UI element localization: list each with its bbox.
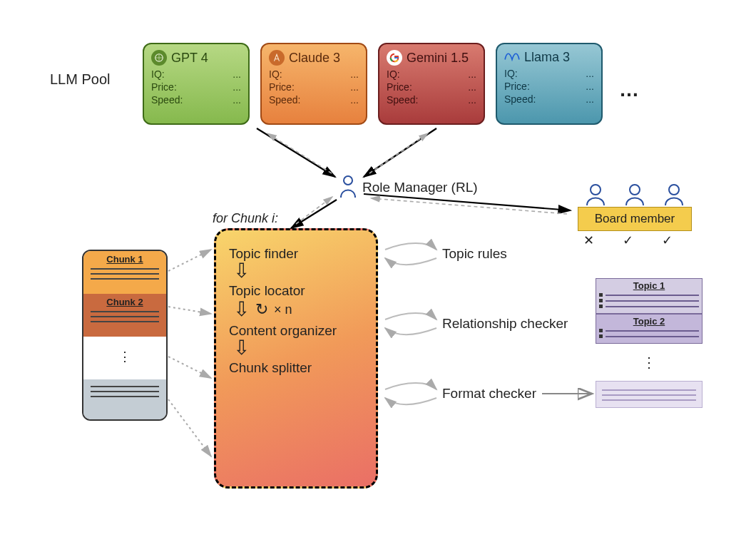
iq-val: ... [233,68,241,80]
iq-val: ... [468,68,476,80]
vote-3: ✓ [662,232,673,248]
down-arrow-icon: ⇩ [233,340,363,356]
speed-label: Speed: [269,94,300,106]
loop-icon: ↻ [255,300,268,319]
board-member-box: Board member [578,207,692,231]
card-name: Claude 3 [289,51,340,66]
speed-val: ... [586,93,594,105]
speed-val: ... [233,94,241,106]
card-name: Gemini 1.5 [407,51,469,66]
vote-2: ✓ [623,232,633,248]
chunk-1-title: Chunk 1 [89,254,160,265]
process-box: Topic finder ⇩ Topic locator ⇩ ↻ × n Con… [214,228,378,489]
price-val: ... [350,81,359,93]
iq-val: ... [586,68,594,79]
llm-card-claude3: Claude 3 IQ:... Price:... Speed:... [260,43,367,125]
checker-format: Format checker [442,386,536,402]
iq-label: IQ: [387,68,400,80]
pool-ellipsis: … [619,78,642,101]
board-votes: ✕ ✓ ✓ [583,232,673,248]
checker-topic-rules: Topic rules [442,246,507,262]
price-val: ... [233,81,241,93]
chunk-ellipsis: ⋮ [83,337,166,379]
topic-1-title: Topic 1 [599,280,699,291]
google-icon [387,50,402,66]
chunk-2-title: Chunk 2 [89,297,160,307]
openai-icon [151,50,167,66]
topic-block-1: Topic 1 [596,278,703,314]
step-chunk-splitter: Chunk splitter [229,360,363,376]
down-arrow-icon: ⇩ [233,263,363,279]
down-arrow-icon: ⇩ [233,302,250,317]
price-label: Price: [504,81,530,92]
checker-relationship: Relationship checker [442,316,568,332]
speed-val: ... [468,94,476,106]
svg-point-1 [344,176,352,185]
llm-pool-label: LLM Pool [50,71,111,88]
price-label: Price: [387,81,412,93]
board-people-icon [581,183,688,207]
loop-count: × n [274,302,292,317]
svg-point-2 [591,185,601,195]
chunk-1: Chunk 1 [83,251,166,294]
speed-val: ... [350,94,359,106]
price-val: ... [586,81,594,92]
board-label: Board member [595,212,675,226]
iq-val: ... [350,68,359,80]
anthropic-icon [269,50,285,66]
llm-card-llama3: Llama 3 IQ:... Price:... Speed:... [496,43,603,125]
speed-label: Speed: [151,94,183,106]
step-topic-locator: Topic locator [229,283,363,299]
price-label: Price: [151,81,177,93]
topic-output-stack: Topic 1 Topic 2 ⋮ [596,278,703,408]
topic-2-title: Topic 2 [599,316,699,327]
person-icon [339,175,357,199]
iq-label: IQ: [151,68,165,80]
svg-point-4 [669,185,679,195]
speed-label: Speed: [387,94,418,106]
chunk-document: Chunk 1 Chunk 2 ⋮ [82,250,168,421]
iq-label: IQ: [504,68,518,79]
llm-card-gpt4: GPT 4 IQ:... Price:... Speed:... [143,43,250,125]
vote-1: ✕ [583,232,594,248]
meta-icon [504,50,520,65]
svg-point-3 [630,185,640,195]
card-name: GPT 4 [171,51,208,66]
speed-label: Speed: [504,93,536,105]
topic-block-2: Topic 2 [596,314,703,344]
for-chunk-label: for Chunk i: [213,211,278,226]
price-label: Price: [269,81,295,93]
price-val: ... [468,81,476,93]
llm-card-gemini: Gemini 1.5 IQ:... Price:... Speed:... [378,43,485,125]
role-manager-label: Role Manager (RL) [362,180,478,195]
chunk-n [83,379,166,421]
chunk-2: Chunk 2 [83,294,166,337]
card-name: Llama 3 [524,50,570,65]
topic-vdots: ⋮ [596,354,703,371]
iq-label: IQ: [269,68,282,80]
topic-block-n [596,381,703,408]
